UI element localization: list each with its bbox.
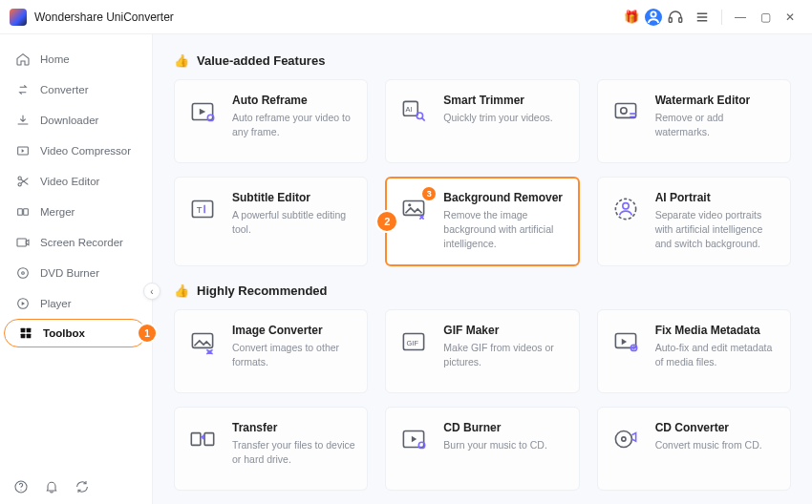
sidebar-item-label: Video Editor: [40, 176, 99, 187]
sidebar-item-toolbox[interactable]: Toolbox: [4, 319, 146, 347]
sidebar-item-label: Converter: [40, 84, 89, 95]
card-watermark-editor[interactable]: Watermark EditorRemove or add watermarks…: [597, 79, 791, 163]
svg-text:T: T: [197, 204, 203, 215]
card-title: Image Converter: [232, 324, 355, 337]
card-title: Fix Media Metadata: [655, 324, 779, 337]
headset-icon[interactable]: [667, 9, 684, 26]
close-button[interactable]: ✕: [783, 10, 797, 24]
sidebar-item-label: Video Compressor: [40, 145, 131, 157]
svg-point-8: [18, 183, 21, 186]
card-title: Watermark Editor: [655, 94, 779, 107]
refresh-icon[interactable]: [75, 479, 90, 494]
smart-trimmer-icon: AI: [397, 95, 430, 128]
sidebar-item-label: Home: [40, 53, 70, 65]
ai-portrait-icon: [609, 193, 642, 225]
thumb-up-icon: 👍: [174, 284, 189, 298]
card-smart-trimmer[interactable]: AI Smart TrimmerQuickly trim your videos…: [385, 79, 579, 163]
sidebar-item-home[interactable]: Home: [2, 44, 150, 74]
card-cd-converter[interactable]: CD ConverterConvert music from CD.: [597, 407, 791, 491]
card-title: AI Portrait: [655, 191, 779, 204]
sidebar-item-label: Merger: [40, 206, 75, 218]
card-image-converter[interactable]: Image ConverterConvert images to other f…: [174, 309, 368, 393]
card-title: GIF Maker: [443, 324, 566, 337]
svg-rect-11: [17, 239, 26, 246]
svg-rect-18: [27, 334, 32, 339]
gift-icon[interactable]: 🎁: [623, 9, 640, 26]
titlebar: Wondershare UniConverter 🎁 — ▢ ✕: [0, 0, 812, 34]
sidebar-item-video-editor[interactable]: Video Editor: [2, 166, 150, 197]
card-fix-metadata[interactable]: Fix Media MetadataAuto-fix and edit meta…: [597, 309, 791, 393]
record-icon: [15, 235, 31, 250]
subtitle-icon: T: [186, 193, 219, 225]
bell-icon[interactable]: [44, 479, 59, 494]
bg-remover-icon: 3: [397, 193, 430, 225]
sidebar-item-label: Toolbox: [43, 327, 85, 339]
home-icon: [15, 52, 31, 67]
sidebar-item-merger[interactable]: Merger: [2, 197, 150, 227]
sidebar-item-converter[interactable]: Converter: [2, 74, 150, 105]
sidebar-item-dvd-burner[interactable]: DVD Burner: [2, 258, 150, 288]
sidebar: Home Converter Downloader Video Compress…: [0, 34, 153, 504]
section-recommended-header: 👍 Highly Recommended: [174, 284, 791, 298]
card-subtitle-editor[interactable]: T Subtitle EditorA powerful subtitle edi…: [174, 177, 368, 266]
minimize-button[interactable]: —: [734, 10, 747, 24]
sidebar-item-video-compressor[interactable]: Video Compressor: [2, 136, 150, 166]
card-title: Background Remover: [443, 191, 566, 204]
card-transfer[interactable]: TransferTransfer your files to device or…: [174, 407, 368, 491]
collapse-sidebar-button[interactable]: ‹: [143, 283, 160, 300]
card-desc: Auto-fix and edit metadata of media file…: [655, 341, 779, 369]
svg-rect-9: [18, 209, 23, 216]
gif-icon: GIF: [397, 326, 430, 358]
section-title: Highly Recommended: [197, 284, 328, 298]
cd-burner-icon: [397, 423, 430, 455]
image-convert-icon: [186, 326, 219, 358]
svg-point-44: [621, 437, 625, 441]
svg-text:GIF: GIF: [407, 339, 419, 347]
card-desc: Separate video portraits with artificial…: [655, 208, 779, 252]
svg-rect-28: [192, 201, 212, 218]
maximize-button[interactable]: ▢: [759, 10, 772, 24]
card-desc: Auto reframe your video to any frame.: [232, 111, 355, 139]
merge-icon: [15, 204, 31, 220]
svg-rect-17: [21, 334, 26, 339]
menu-icon[interactable]: [694, 9, 711, 26]
card-desc: Remove or add watermarks.: [655, 111, 779, 139]
highlight-badge: 2: [377, 212, 396, 231]
svg-point-20: [20, 490, 21, 491]
user-avatar-icon[interactable]: [645, 9, 662, 26]
cd-convert-icon: [609, 423, 642, 455]
toolbox-icon: [18, 326, 33, 341]
svg-point-0: [651, 11, 655, 16]
svg-rect-39: [191, 432, 201, 445]
svg-point-33: [622, 203, 628, 209]
card-desc: Convert music from CD.: [655, 438, 762, 452]
sidebar-item-screen-recorder[interactable]: Screen Recorder: [2, 227, 150, 258]
card-cd-burner[interactable]: CD BurnerBurn your music to CD.: [385, 407, 579, 491]
card-title: Smart Trimmer: [443, 94, 552, 107]
svg-point-7: [18, 177, 21, 179]
compress-icon: [15, 143, 31, 158]
sidebar-item-downloader[interactable]: Downloader: [2, 105, 150, 136]
svg-point-12: [18, 268, 29, 279]
card-desc: Convert images to other formats.: [232, 341, 355, 369]
app-logo-icon: [10, 9, 27, 26]
converter-icon: [15, 82, 31, 97]
card-ai-portrait[interactable]: AI PortraitSeparate video portraits with…: [597, 177, 791, 266]
metadata-icon: [609, 326, 642, 358]
card-title: Subtitle Editor: [232, 191, 355, 204]
card-title: CD Converter: [655, 421, 762, 434]
sidebar-item-label: Player: [40, 298, 72, 309]
card-gif-maker[interactable]: GIF GIF MakerMake GIF from videos or pic…: [385, 309, 579, 393]
section-title: Value-added Features: [197, 53, 325, 68]
sidebar-item-label: DVD Burner: [40, 267, 99, 279]
card-auto-reframe[interactable]: Auto ReframeAuto reframe your video to a…: [174, 79, 368, 163]
transfer-icon: [186, 423, 219, 455]
card-title: Auto Reframe: [232, 94, 355, 107]
download-icon: [15, 113, 31, 128]
card-background-remover[interactable]: 2 3 Background RemoverRemove the image b…: [385, 177, 579, 266]
sidebar-item-label: Downloader: [40, 115, 98, 126]
sidebar-item-player[interactable]: Player: [2, 288, 150, 319]
thumb-up-icon: 👍: [174, 53, 189, 68]
scissors-icon: [15, 174, 31, 189]
help-icon[interactable]: [13, 479, 29, 494]
